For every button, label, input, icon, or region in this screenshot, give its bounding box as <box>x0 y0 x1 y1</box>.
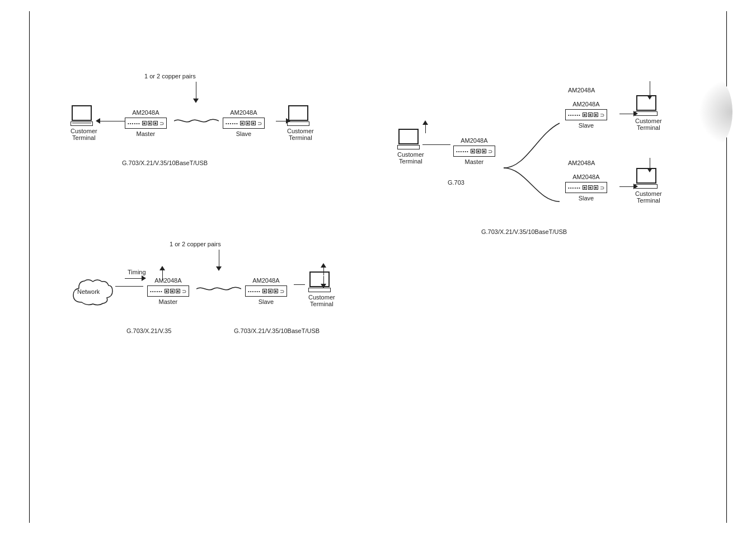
right-modem-block: AM2048A •••••• ◙ ◙ ◙ ⊃ Slave <box>223 109 265 137</box>
bottom-right-modem-role: Slave <box>245 298 287 305</box>
tr-left-modem-block: AM2048A •••••• ◙ ◙ ◙ ⊃ Master <box>453 137 495 165</box>
right-modem-box: •••••• ◙ ◙ ◙ ⊃ <box>223 118 265 129</box>
up-arrow-terminal <box>321 263 326 275</box>
bottom-right-modem-box: •••••• ◙ ◙ ◙ ⊃ <box>245 285 287 297</box>
left-customer-terminal: CustomerTerminal <box>71 105 97 141</box>
arrow-copper-pairs <box>193 82 199 103</box>
timing-arrow <box>125 275 146 281</box>
tr-monitor-top <box>635 95 658 116</box>
tr-bottom-slave-role: Slave <box>565 195 607 202</box>
page-border-left <box>29 11 30 523</box>
arrow-slave-to-terminal <box>294 284 305 285</box>
tr-bottom-slave-label: AM2048A <box>565 174 607 180</box>
right-customer-terminal: CustomerTerminal <box>287 105 314 141</box>
tr-bottom-am-label: AM2048A <box>568 160 595 166</box>
tr-bottom-device-label: CustomerTerminal <box>635 190 662 204</box>
tr-monitor-bottom <box>635 168 658 189</box>
arrow-left-terminal <box>96 118 125 124</box>
down-arrow-terminal <box>321 276 326 288</box>
tr-top-slave-label: AM2048A <box>565 101 607 107</box>
right-device-label: CustomerTerminal <box>287 128 314 141</box>
bottom-left-modem-label: AM2048A <box>147 277 189 284</box>
v-arrow-bottom-terminal <box>647 158 652 172</box>
bottom-left-modem-block: AM2048A •••••• ◙ ◙ ◙ ⊃ Master <box>147 277 189 305</box>
bottom-right-modem-block: AM2048A •••••• ◙ ◙ ◙ ⊃ Slave <box>245 277 287 305</box>
left-modem-box: •••••• ◙ ◙ ◙ ⊃ <box>125 118 167 129</box>
monitor-bottom-right <box>308 271 331 292</box>
tr-bottom-slave-block: AM2048A •••••• ◙ ◙ ◙ ⊃ Slave <box>565 174 607 202</box>
tr-top-slave-block: AM2048A •••••• ◙ ◙ ◙ ⊃ Slave <box>565 101 607 129</box>
tr-monitor-left <box>397 129 420 149</box>
tr-top-terminal: CustomerTerminal <box>635 95 662 131</box>
fade-circle <box>699 78 732 146</box>
arrow-tr-top-slave <box>619 111 638 116</box>
network-label: Network <box>77 288 100 295</box>
top-left-protocol: G.703/X.21/V.35/10BaseT/USB <box>122 160 208 166</box>
right-modem-role: Slave <box>223 130 265 137</box>
wavy-line-bottom <box>196 284 241 294</box>
arrow-tr-left <box>422 144 450 145</box>
arrow-cloud-to-modem <box>115 286 143 287</box>
timing-label: Timing <box>128 269 146 275</box>
left-device-label: CustomerTerminal <box>71 128 97 141</box>
v-arrow-master-up <box>422 120 428 133</box>
tr-bottom-slave-box: •••••• ◙ ◙ ◙ ⊃ <box>565 182 607 193</box>
bottom-right-device-label: CustomerTerminal <box>308 294 335 307</box>
tr-left-terminal: CustomerTerminal <box>397 129 424 165</box>
bottom-right-modem-label: AM2048A <box>245 277 287 284</box>
left-modem-role: Master <box>125 130 167 137</box>
v-arrow-top-terminal <box>647 81 652 100</box>
bottom-left-modem-box: •••••• ◙ ◙ ◙ ⊃ <box>147 285 189 297</box>
tr-top-device-label: CustomerTerminal <box>635 118 662 131</box>
tr-bottom-terminal: CustomerTerminal <box>635 168 662 204</box>
tr-top-slave-box: •••••• ◙ ◙ ◙ ⊃ <box>565 109 607 120</box>
bottom-left-title: 1 or 2 copper pairs <box>170 241 221 247</box>
tr-protocol: G.703/X.21/V.35/10BaseT/USB <box>481 228 567 235</box>
monitor-right <box>287 105 309 126</box>
tr-left-device-label: CustomerTerminal <box>397 151 424 165</box>
network-cloud: Network <box>71 277 115 312</box>
top-left-title: 1 or 2 copper pairs <box>144 73 196 79</box>
g703-label: G.703 <box>448 179 464 186</box>
up-arrow-master <box>159 266 165 280</box>
left-modem-label: AM2048A <box>125 109 167 116</box>
arrow-right-terminal <box>276 118 290 124</box>
tr-top-am-label: AM2048A <box>568 87 595 93</box>
tr-top-slave-role: Slave <box>565 122 607 129</box>
monitor-left <box>71 105 93 126</box>
tr-left-modem-box: •••••• ◙ ◙ ◙ ⊃ <box>453 146 495 157</box>
arrow-tr-bottom-slave <box>619 184 638 189</box>
tr-left-modem-label: AM2048A <box>453 137 495 144</box>
right-modem-label: AM2048A <box>223 109 265 116</box>
tr-left-modem-role: Master <box>453 158 495 165</box>
bottom-right-protocol: G.703/X.21/V.35/10BaseT/USB <box>234 327 320 334</box>
wavy-line-top-left <box>174 116 219 127</box>
left-modem-block: AM2048A •••••• ◙ ◙ ◙ ⊃ Master <box>125 109 167 137</box>
bottom-left-protocol: G.703/X.21/V.35 <box>126 327 171 334</box>
bottom-arrow-copper <box>216 250 222 271</box>
bottom-left-modem-role: Master <box>147 298 189 305</box>
